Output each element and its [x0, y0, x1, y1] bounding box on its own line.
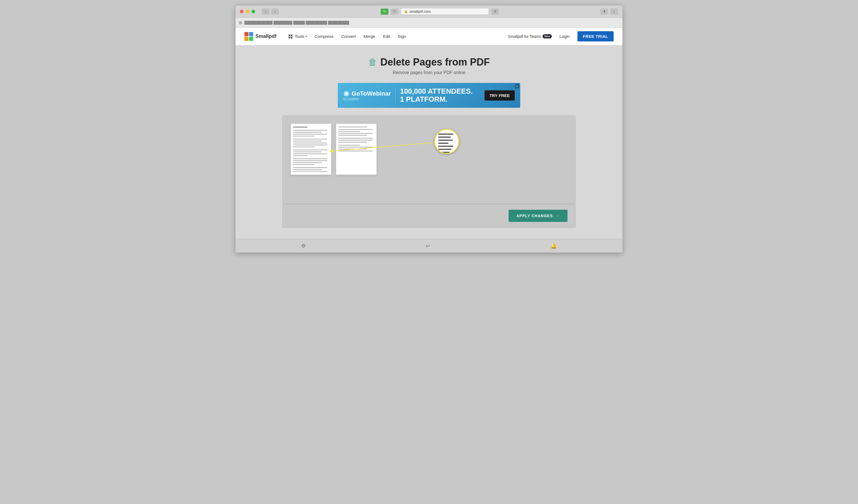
magnifier-overlay — [434, 129, 459, 154]
new-tab-button[interactable]: + — [610, 9, 618, 15]
minimize-window-button[interactable] — [246, 10, 249, 13]
login-button[interactable]: Login — [556, 32, 573, 41]
back-button[interactable]: ‹ — [262, 9, 270, 15]
merge-nav-link[interactable]: Merge — [360, 32, 379, 41]
logo-text: Smallpdf — [255, 33, 276, 39]
svg-rect-3 — [249, 37, 253, 41]
pdf-page-2-content — [336, 124, 377, 155]
pdf-page-2[interactable] — [336, 124, 377, 175]
ad-byline: by LogMeIn — [343, 97, 359, 101]
new-badge: New — [543, 34, 552, 38]
refresh-button[interactable]: ↻ — [381, 9, 388, 15]
svg-rect-1 — [249, 32, 253, 36]
browser-toolbar: ⊞ ████████████ ████████ █████ █████████ … — [236, 18, 622, 28]
ad-text: 100,000 ATTENDEES. 1 PLATFORM. — [400, 87, 480, 103]
share-button[interactable]: ⬆ — [600, 9, 608, 15]
tools-chevron-icon: ▾ — [305, 35, 307, 38]
browser-window: ‹ › ↻ 🛡 🔒 smallpdf.com ↺ ⬆ + ⊞ █████████… — [236, 5, 622, 253]
ad-divider — [395, 87, 396, 103]
pdf-pages-area — [290, 124, 568, 179]
free-trial-button[interactable]: FREE TRIAL — [577, 31, 614, 42]
ad-close-button[interactable]: × — [515, 84, 519, 88]
apps-grid-icon[interactable]: ⊞ — [239, 20, 242, 25]
compress-label: Compress — [315, 34, 333, 39]
convert-nav-link[interactable]: Convert — [338, 32, 359, 41]
url-bar[interactable]: 🔒 smallpdf.com — [400, 8, 489, 15]
merge-label: Merge — [364, 34, 375, 39]
sign-label: Sign — [398, 34, 406, 39]
pdf-page-1[interactable] — [290, 124, 331, 175]
reload-button[interactable]: ↺ — [491, 9, 499, 15]
page-title-row: 🗑 Delete Pages from PDF — [241, 56, 617, 68]
title-bar: ‹ › ↻ 🛡 🔒 smallpdf.com ↺ ⬆ + — [236, 5, 622, 18]
page-title: Delete Pages from PDF — [380, 56, 490, 68]
apply-changes-bar: APPLY CHANGES → — [283, 204, 575, 228]
workspace-container: APPLY CHANGES → — [283, 115, 575, 228]
shield-button[interactable]: 🛡 — [391, 9, 398, 15]
pdf-workspace — [283, 115, 575, 204]
tools-grid-icon — [289, 34, 292, 38]
teams-label: Smallpdf for Teams — [508, 34, 541, 39]
title-bar-actions: ⬆ + — [600, 9, 618, 15]
title-bar-center: ↻ 🛡 🔒 smallpdf.com ↺ — [281, 8, 598, 15]
undo-icon[interactable]: ↩ — [426, 243, 430, 249]
settings-icon[interactable]: ⚙ — [301, 243, 306, 249]
ad-cta-button[interactable]: TRY FREE — [484, 91, 515, 101]
url-text: smallpdf.com — [410, 10, 431, 14]
forward-button[interactable]: › — [271, 9, 279, 15]
apply-changes-button[interactable]: APPLY CHANGES → — [509, 210, 568, 222]
compress-nav-link[interactable]: Compress — [311, 32, 337, 41]
logo-link[interactable]: Smallpdf — [244, 32, 276, 41]
ad-headline: 100,000 ATTENDEES. 1 PLATFORM. — [400, 87, 480, 103]
nav-links: Tools ▾ Compress Convert Merge Edit Sign — [285, 32, 508, 41]
nav-actions: Smallpdf for Teams New Login FREE TRIAL — [508, 31, 614, 42]
maximize-window-button[interactable] — [252, 10, 255, 13]
pdf-page-1-content — [291, 124, 331, 175]
main-navbar: Smallpdf Tools ▾ Compress Convert Merge … — [236, 28, 622, 45]
apply-changes-label: APPLY CHANGES — [517, 214, 553, 218]
browser-nav: ‹ › — [262, 9, 279, 15]
page-header: 🗑 Delete Pages from PDF Remove pages fro… — [241, 56, 617, 75]
convert-label: Convert — [341, 34, 356, 39]
bottom-bar: ⚙ ↩ 🔔 — [236, 239, 622, 253]
svg-rect-2 — [244, 37, 249, 41]
teams-link[interactable]: Smallpdf for Teams New — [508, 34, 552, 39]
notifications-icon[interactable]: 🔔 — [551, 243, 557, 249]
apply-changes-arrow-icon: → — [556, 214, 560, 218]
ad-logo: GoToWebinar by LogMeIn — [343, 90, 391, 101]
bookmarks-bar: ████████████ ████████ █████ █████████ ██… — [244, 21, 349, 25]
ad-banner: × GoToWebinar by LogMeIn — [338, 83, 520, 108]
tools-nav-link[interactable]: Tools ▾ — [285, 32, 310, 41]
lock-icon: 🔒 — [404, 10, 408, 13]
page-subtitle: Remove pages from your PDF online — [241, 70, 617, 75]
page-content: 🗑 Delete Pages from PDF Remove pages fro… — [236, 45, 622, 239]
logo-icon — [244, 32, 253, 41]
edit-nav-link[interactable]: Edit — [380, 32, 393, 41]
gotowebinar-icon — [343, 91, 349, 97]
tools-label: Tools — [295, 34, 304, 39]
trash-icon: 🗑 — [368, 57, 377, 67]
ad-brand-name: GoToWebinar — [343, 90, 391, 97]
svg-rect-0 — [244, 32, 249, 36]
edit-label: Edit — [383, 34, 390, 39]
close-window-button[interactable] — [240, 10, 243, 13]
sign-nav-link[interactable]: Sign — [395, 32, 409, 41]
